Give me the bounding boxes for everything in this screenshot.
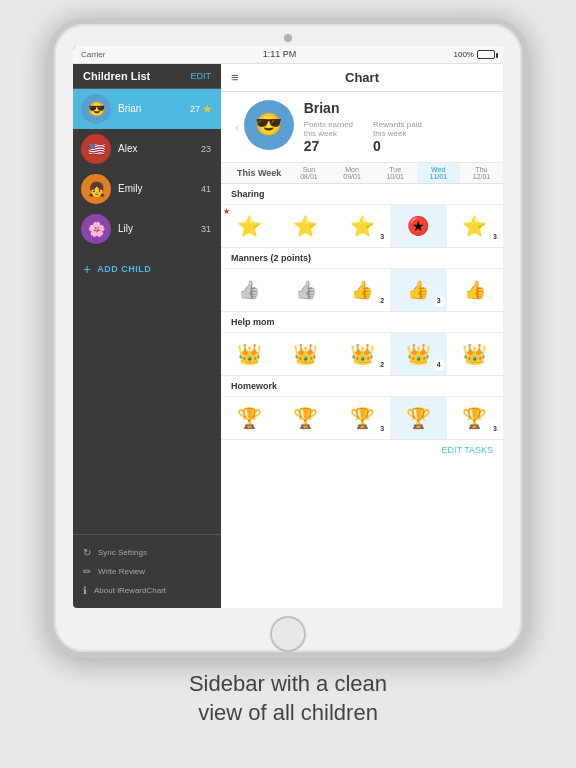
thumb-grey2-icon: 👍 <box>295 279 317 301</box>
tasks-area: Sharing ⭐ ★ ⭐ ⭐ 3 <box>221 184 503 608</box>
sidebar-title: Children List <box>83 70 150 82</box>
day-wed: Wed 11/01 <box>417 163 460 183</box>
points-stat: Points earnedthis week 27 <box>304 120 353 154</box>
star-badge-3: 3 <box>376 231 388 243</box>
task-manners: Manners (2 points) 👍 👍 👍 2 <box>221 248 503 312</box>
edit-tasks-button[interactable]: EDIT TASKS <box>221 440 503 460</box>
trophy-red2-icon: 🏆 <box>406 406 431 430</box>
task-sharing: Sharing ⭐ ★ ⭐ ⭐ 3 <box>221 184 503 248</box>
main-header: ≡ Chart <box>221 64 503 92</box>
star-gold-icon: ⭐ <box>293 214 318 238</box>
review-label: Write Review <box>98 567 145 576</box>
crown-gold2-icon: 👑 <box>350 342 375 366</box>
task-sharing-row: ⭐ ★ ⭐ ⭐ 3 🔴 ★ <box>221 204 503 247</box>
sharing-mon: ⭐ <box>277 205 333 247</box>
profile-avatar: 😎 <box>244 100 294 150</box>
profile-info: Brian Points earnedthis week 27 Rewards … <box>304 100 493 154</box>
child-points-alex: 23 <box>201 144 211 154</box>
child-name-emily: Emily <box>118 183 201 194</box>
avatar-brian: 😎 <box>81 94 111 124</box>
status-bar: Carrier 1:11 PM 100% <box>73 46 503 64</box>
battery-status: 100% <box>454 50 495 59</box>
info-icon: ℹ <box>83 585 87 596</box>
rewards-label: Rewards paidthis week <box>373 120 422 138</box>
sidebar-item-emily[interactable]: 👧 Emily 41 <box>73 169 221 209</box>
trophy-red1-icon: 🏆 <box>237 406 262 430</box>
sharing-wed: 🔴 ★ <box>390 205 446 247</box>
main-content: ≡ Chart ‹ 😎 Brian Points earnedthis week… <box>221 46 503 608</box>
task-helpmom: Help mom 👑 👑 👑 2 👑 <box>221 312 503 376</box>
avatar-alex: 🇺🇸 <box>81 134 111 164</box>
child-name-alex: Alex <box>118 143 201 154</box>
manners-mon: 👍 <box>277 269 333 311</box>
star-badge-brian: ★ <box>202 102 213 116</box>
ipad-screen: Carrier 1:11 PM 100% Children List EDIT … <box>73 46 503 608</box>
plus-icon: + <box>83 261 91 277</box>
thumb-blue1-icon: 👍 <box>351 279 373 301</box>
time-label: 1:11 PM <box>263 49 297 59</box>
caption: Sidebar with a cleanview of all children <box>0 670 576 727</box>
trophy-badge-3: 3 <box>376 423 388 435</box>
rewards-value: 0 <box>373 138 422 154</box>
task-manners-header: Manners (2 points) <box>221 248 503 268</box>
star-badge-thu: 3 <box>489 231 501 243</box>
add-child-label: ADD CHILD <box>97 264 151 274</box>
homework-thu: 🏆 3 <box>447 397 503 439</box>
trophy-gold3-icon: 🏆 <box>462 406 487 430</box>
sidebar-item-brian[interactable]: 😎 Brian 27 ★ <box>73 89 221 129</box>
helpmom-mon: 👑 <box>277 333 333 375</box>
profile-stats: Points earnedthis week 27 Rewards paidth… <box>304 120 493 154</box>
task-homework: Homework 🏆 🏆 🏆 3 🏆 <box>221 376 503 440</box>
avatar-emily: 👧 <box>81 174 111 204</box>
trophy-gold1-icon: 🏆 <box>293 406 318 430</box>
task-helpmom-row: 👑 👑 👑 2 👑 4 <box>221 332 503 375</box>
homework-mon: 🏆 <box>277 397 333 439</box>
day-sun: Sun 08/01 <box>287 163 330 183</box>
task-sharing-header: Sharing <box>221 184 503 204</box>
avatar-lily: 🌸 <box>81 214 111 244</box>
crown-red2-icon: 👑 <box>462 342 487 366</box>
rewards-stat: Rewards paidthis week 0 <box>373 120 422 154</box>
helpmom-sun: 👑 <box>221 333 277 375</box>
sidebar-item-alex[interactable]: 🇺🇸 Alex 23 <box>73 129 221 169</box>
child-name-lily: Lily <box>118 223 201 234</box>
profile-name: Brian <box>304 100 493 116</box>
sharing-tue: ⭐ 3 <box>334 205 390 247</box>
sidebar-item-lily[interactable]: 🌸 Lily 31 <box>73 209 221 249</box>
home-button[interactable] <box>270 616 306 652</box>
crown-red1-icon: 👑 <box>293 342 318 366</box>
sidebar-footer: ↻ Sync Settings ✏ Write Review ℹ About i… <box>73 534 221 608</box>
write-review-item[interactable]: ✏ Write Review <box>83 562 211 581</box>
thumb-badge-3: 3 <box>433 295 445 307</box>
manners-tue: 👍 2 <box>334 269 390 311</box>
helpmom-thu: 👑 <box>447 333 503 375</box>
ipad-camera <box>284 34 292 42</box>
task-homework-row: 🏆 🏆 🏆 3 🏆 🏆 <box>221 396 503 439</box>
points-label: Points earnedthis week <box>304 120 353 138</box>
sync-settings-item[interactable]: ↻ Sync Settings <box>83 543 211 562</box>
add-child-button[interactable]: + ADD CHILD <box>73 253 221 285</box>
sharing-sun: ⭐ ★ <box>221 205 277 247</box>
task-homework-header: Homework <box>221 376 503 396</box>
star-gold-3-icon: ⭐ <box>350 214 375 238</box>
thumb-blue2-icon: 👍 <box>407 279 429 301</box>
thumb-grey1-icon: 👍 <box>238 279 260 301</box>
about-label: About iRewardChart <box>94 586 166 595</box>
helpmom-tue: 👑 2 <box>334 333 390 375</box>
sidebar: Children List EDIT 😎 Brian 27 ★ 🇺🇸 Alex … <box>73 46 221 608</box>
prev-arrow[interactable]: ‹ <box>231 115 244 139</box>
task-manners-row: 👍 👍 👍 2 👍 3 <box>221 268 503 311</box>
homework-wed: 🏆 <box>390 397 446 439</box>
ipad-frame: Carrier 1:11 PM 100% Children List EDIT … <box>48 18 528 658</box>
trophy-gold2-icon: 🏆 <box>350 406 375 430</box>
sidebar-edit-button[interactable]: EDIT <box>190 71 211 81</box>
child-points-emily: 41 <box>201 184 211 194</box>
battery-percent: 100% <box>454 50 474 59</box>
crown-badge-2: 2 <box>376 359 388 371</box>
sync-label: Sync Settings <box>98 548 147 557</box>
day-mon: Mon 09/01 <box>330 163 373 183</box>
points-value: 27 <box>304 138 353 154</box>
thumb-badge-2: 2 <box>376 295 388 307</box>
menu-icon[interactable]: ≡ <box>231 70 239 85</box>
about-item[interactable]: ℹ About iRewardChart <box>83 581 211 600</box>
